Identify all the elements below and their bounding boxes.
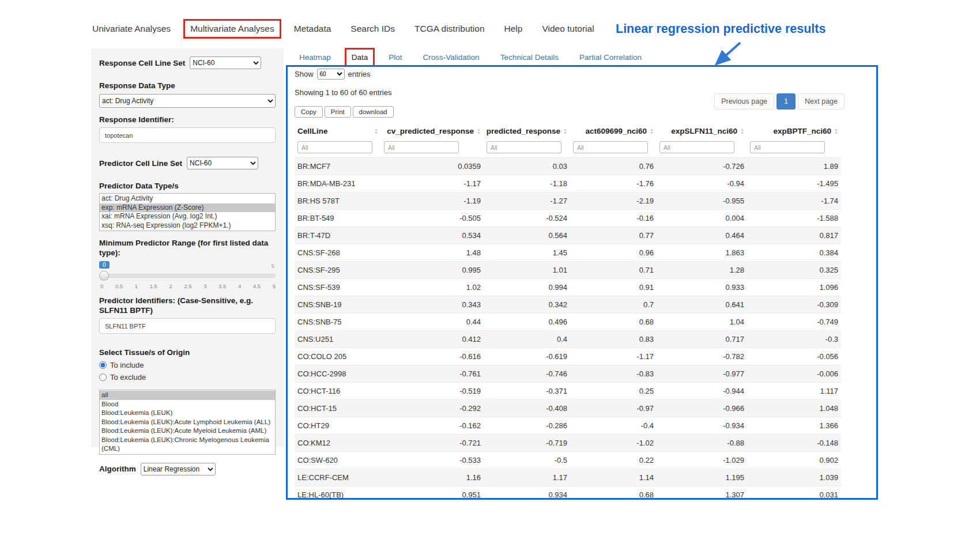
algorithm-select[interactable]: Linear Regression bbox=[141, 463, 216, 475]
column-header-expbptf-nci60[interactable]: expBPTF_nci60▲▼ bbox=[747, 122, 841, 140]
predictor-data-type-option-act-drug-activity[interactable]: act: Drug Activity bbox=[100, 194, 275, 203]
column-label: CellLine bbox=[297, 127, 328, 135]
nav-item-search-ids[interactable]: Search IDs bbox=[344, 19, 402, 39]
show-entries-select[interactable]: 60 bbox=[317, 69, 345, 80]
tissue-option-blood-leukemia-leuk-acute-myeloid-leukemia-aml[interactable]: Blood:Leukemia (LEUK):Acute Myeloid Leuk… bbox=[100, 427, 275, 436]
slider-max-label: 5 bbox=[272, 263, 274, 269]
tab-partial-correlation[interactable]: Partial Correlation bbox=[572, 48, 649, 67]
cell-value: -0.286 bbox=[484, 417, 570, 435]
tab-cross-validation[interactable]: Cross-Validation bbox=[416, 48, 487, 67]
cell-line-name: CO:HT29 bbox=[295, 417, 381, 435]
slider-handle[interactable] bbox=[99, 271, 109, 281]
sort-icon: ▲▼ bbox=[834, 128, 838, 135]
tab-heatmap[interactable]: Heatmap bbox=[292, 48, 338, 67]
sidebar-panel: Response Cell Line Set NCI-60 Response D… bbox=[91, 48, 284, 447]
nav-item-multivariate-analyses[interactable]: Multivariate Analyses bbox=[183, 19, 281, 39]
nav-item-univariate-analyses[interactable]: Univariate Analyses bbox=[85, 19, 178, 39]
predictor-data-type-option-xai-mrna-expression-avg-log2-int[interactable]: xai: mRNA Expression (Avg. log2 Int.) bbox=[100, 212, 275, 221]
show-entries-suffix: entries bbox=[348, 70, 371, 78]
tab-technical-details[interactable]: Technical Details bbox=[493, 48, 566, 67]
filter-input-act609699-nci60[interactable] bbox=[573, 141, 648, 153]
cell-value: 0.464 bbox=[657, 227, 747, 244]
cell-value: -0.83 bbox=[570, 365, 657, 383]
cell-value: 1.863 bbox=[657, 244, 747, 262]
cell-value: -0.97 bbox=[570, 400, 657, 417]
cell-value: 0.534 bbox=[381, 227, 484, 244]
current-page-button[interactable]: 1 bbox=[777, 93, 796, 110]
cell-value: -1.02 bbox=[570, 435, 657, 452]
cell-value: 0.343 bbox=[381, 296, 484, 314]
tissue-option-blood[interactable]: Blood bbox=[100, 400, 275, 409]
tissue-radio-label: To include bbox=[110, 361, 144, 369]
slider-tick: 3.5 bbox=[218, 283, 226, 289]
tissue-option-blood-leukemia-leuk-chronic-myelogenous-leukemia-cml[interactable]: Blood:Leukemia (LEUK):Chronic Myelogenou… bbox=[100, 436, 275, 454]
slider-ticks: 00.511.522.533.544.55 bbox=[100, 283, 276, 289]
cell-line-name: BR:MDA-MB-231 bbox=[295, 175, 381, 193]
cell-value: -0.749 bbox=[747, 314, 841, 331]
tissue-radio-input[interactable] bbox=[99, 373, 107, 381]
next-page-button[interactable]: Next page bbox=[798, 93, 845, 110]
filter-input-expbptf-nci60[interactable] bbox=[750, 141, 825, 153]
cell-value: 1.195 bbox=[657, 469, 747, 486]
response-cell-line-set-select[interactable]: NCI-60 bbox=[190, 56, 261, 69]
table-row: CO:HT29-0.162-0.286-0.4-0.9341.366 bbox=[295, 417, 841, 435]
download-button[interactable]: download bbox=[353, 106, 394, 118]
nav-item-video-tutorial[interactable]: Video tutorial bbox=[535, 19, 601, 39]
cell-value: 1.28 bbox=[657, 262, 747, 279]
response-identifier-input[interactable] bbox=[99, 127, 276, 143]
predictor-data-type-listbox: act: Drug Activityexp: mRNA Expression (… bbox=[99, 193, 276, 231]
predictor-data-type-option-xsq-rna-seq-expression-log2-fpkm-1[interactable]: xsq: RNA-seq Expression (log2 FPKM+1.) bbox=[100, 221, 275, 231]
tissue-radio-to-include[interactable]: To include bbox=[99, 361, 276, 369]
filter-input-cellline[interactable] bbox=[297, 141, 372, 153]
tab-plot[interactable]: Plot bbox=[382, 48, 409, 67]
nav-item-help[interactable]: Help bbox=[497, 19, 530, 39]
nav-item-tcga-distribution[interactable]: TCGA distribution bbox=[408, 19, 491, 39]
predictor-identifiers-input[interactable] bbox=[99, 318, 276, 334]
filter-input-expslfn11-nci60[interactable] bbox=[659, 141, 734, 153]
cell-line-name: CNS:SNB-75 bbox=[295, 314, 381, 331]
previous-page-button[interactable]: Previous page bbox=[714, 93, 774, 110]
slider-tick: 0 bbox=[100, 283, 103, 289]
cell-value: -0.006 bbox=[747, 365, 841, 383]
column-header-expslfn11-nci60[interactable]: expSLFN11_nci60▲▼ bbox=[657, 122, 747, 140]
cell-value: 0.71 bbox=[570, 262, 657, 279]
cell-value: 0.384 bbox=[747, 244, 841, 262]
tissue-option-blood-leukemia-leuk[interactable]: Blood:Leukemia (LEUK) bbox=[100, 409, 275, 418]
cell-value: 0.004 bbox=[657, 210, 747, 227]
cell-line-name: CO:KM12 bbox=[295, 435, 381, 452]
column-header-act609699-nci60[interactable]: act609699_nci60▲▼ bbox=[570, 122, 657, 140]
cell-value: -0.3 bbox=[747, 331, 841, 348]
nav-item-metadata[interactable]: Metadata bbox=[287, 19, 338, 39]
data-panel: Show 60 entries Showing 1 to 60 of 60 en… bbox=[286, 65, 878, 500]
column-header-cv-predicted-response[interactable]: cv_predicted_response▲▼ bbox=[381, 122, 484, 140]
cell-value: 0.4 bbox=[484, 331, 570, 348]
tissue-radio-to-exclude[interactable]: To exclude bbox=[99, 373, 276, 382]
print-button[interactable]: Print bbox=[325, 106, 351, 118]
cell-value: 1.01 bbox=[484, 262, 570, 279]
filter-input-predicted-response[interactable] bbox=[487, 141, 561, 153]
min-predictor-range-slider[interactable]: 0 5 00.511.522.533.544.55 bbox=[99, 261, 276, 291]
table-row: CO:KM12-0.721-0.719-1.02-0.88-0.148 bbox=[295, 435, 841, 452]
cell-value: -0.94 bbox=[657, 175, 747, 193]
tab-data[interactable]: Data bbox=[345, 48, 375, 67]
predictor-data-type-option-exp-mrna-expression-z-score[interactable]: exp: mRNA Expression (Z-Score) bbox=[100, 203, 275, 213]
copy-button[interactable]: Copy bbox=[295, 106, 323, 118]
column-header-predicted-response[interactable]: predicted_response▲▼ bbox=[484, 122, 570, 140]
cell-line-name: BR:HS 578T bbox=[295, 193, 381, 210]
response-data-type-select[interactable]: act: Drug Activity bbox=[99, 94, 276, 108]
cell-value: 0.412 bbox=[381, 331, 484, 348]
predictor-cell-line-set-select[interactable]: NCI-60 bbox=[187, 157, 258, 169]
column-header-cellline[interactable]: CellLine▲▼ bbox=[295, 122, 381, 140]
sort-icon: ▲▼ bbox=[563, 128, 567, 135]
filter-input-cv-predicted-response[interactable] bbox=[384, 141, 459, 153]
tissue-option-all[interactable]: all bbox=[100, 391, 275, 400]
tissue-radio-input[interactable] bbox=[99, 361, 107, 369]
table-row: LE:HL-60(TB)0.9510.9340.681.3070.031 bbox=[295, 486, 841, 504]
tissue-option-blood-leukemia-leuk-acute-lymphoid-leukemia-all[interactable]: Blood:Leukemia (LEUK):Acute Lymphoid Leu… bbox=[100, 418, 275, 427]
cell-value: 1.48 bbox=[381, 244, 484, 262]
show-entries-control: Show 60 entries bbox=[295, 69, 869, 80]
table-row: CNS:SF-2950.9951.010.711.280.325 bbox=[295, 262, 841, 279]
cell-value: -0.533 bbox=[381, 452, 484, 469]
slider-track[interactable] bbox=[99, 274, 276, 278]
table-row: BR:HS 578T-1.19-1.27-2.19-0.955-1.74 bbox=[295, 193, 841, 210]
